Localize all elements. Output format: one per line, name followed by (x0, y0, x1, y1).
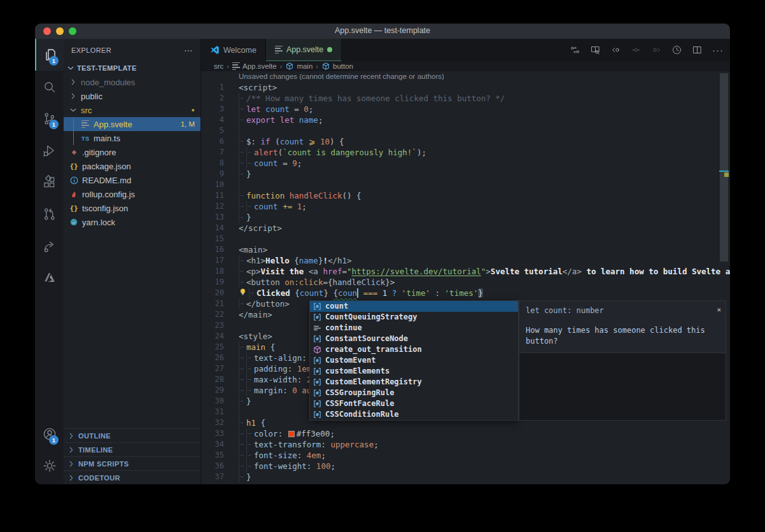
modified-dot[interactable] (327, 47, 332, 52)
code-line[interactable]: 19→<button on:click={handleClick}> (201, 277, 730, 288)
code-line[interactable]: 2→/** How many times has someone clicked… (201, 93, 730, 104)
suggestion-label: CustomEvent (325, 355, 375, 366)
activitybar-item-extensions[interactable] (35, 166, 64, 198)
blame-icon[interactable] (631, 45, 642, 55)
suggestion-create_out_transition[interactable]: create_out_transition (310, 344, 518, 355)
sidebar-section-codetour[interactable]: CODETOUR (64, 470, 200, 484)
suggestion-customelements[interactable]: customElements (310, 366, 518, 377)
code-line[interactable]: 5 (201, 125, 730, 136)
code-text: →<button on:click={handleClick}> (224, 277, 395, 288)
split-editor-icon[interactable] (692, 45, 703, 55)
breadcrumb-item-main[interactable]: main (285, 62, 312, 71)
code-line[interactable]: 8→→count = 9; (201, 158, 730, 169)
activitybar-item-github-pr[interactable] (35, 198, 64, 230)
code-line[interactable]: 9→} (201, 169, 730, 179)
code-line[interactable]: 16<main> (201, 244, 730, 255)
code-line[interactable]: 7→→alert(`count is dangerously high!`); (201, 147, 730, 158)
code-editor[interactable]: Unsaved changes (cannot determine recent… (201, 71, 730, 484)
activitybar-item-source-control[interactable]: 1 (35, 102, 64, 134)
code-line[interactable]: 36→→font-weight: 100; (201, 461, 730, 472)
color-swatch (288, 431, 295, 437)
suggestion-cssgroupingrule[interactable]: CSSGroupingRule (310, 388, 518, 398)
sidebar-section-outline[interactable]: OUTLINE (64, 428, 200, 442)
code-line[interactable]: 1<script> (201, 82, 730, 93)
code-text (224, 320, 239, 331)
activitybar-item-search[interactable] (35, 71, 64, 102)
activitybar-item-run-debug[interactable] (35, 134, 64, 166)
more-actions-icon[interactable]: ··· (712, 45, 724, 56)
indent-guide (73, 117, 74, 131)
close-window-button[interactable] (43, 27, 51, 35)
suggestion-cssfontfacerule[interactable]: CSSFontFaceRule (310, 398, 518, 409)
code-text: <main> (224, 244, 267, 255)
tree-item-app-svelte[interactable]: App.svelte1, M (64, 117, 200, 131)
tree-item-package-json[interactable]: {}package.json (64, 159, 200, 173)
code-line[interactable]: 6→$: if (count ⩾ 10) { (201, 136, 730, 147)
sidebar-section-timeline[interactable]: TIMELINE (64, 442, 200, 456)
suggestion-countqueuingstrategy[interactable]: CountQueuingStrategy (310, 312, 518, 323)
previous-change-icon[interactable] (610, 45, 621, 55)
suggestion-label: ConstantSourceNode (325, 333, 408, 344)
activitybar-item-accounts[interactable]: 1 (35, 418, 64, 450)
open-changes-icon[interactable] (570, 45, 580, 55)
tab-app-svelte[interactable]: App.svelte (266, 39, 342, 61)
code-line[interactable]: 4→export let name; (201, 115, 730, 125)
chevron-right-icon[interactable] (69, 92, 78, 101)
chevron-right-icon[interactable] (69, 78, 78, 87)
suggestion-cssconditionrule[interactable]: CSSConditionRule (310, 409, 518, 420)
tree-item-tsconfig-json[interactable]: {}tsconfig.json (64, 201, 200, 215)
minimize-window-button[interactable] (56, 27, 64, 35)
suggestion-continue[interactable]: continue (310, 323, 518, 333)
code-line[interactable]: 33→→color: #ff3e00; (201, 428, 730, 439)
line-number: 3 (201, 104, 224, 115)
tree-item--gitignore[interactable]: .gitignore (64, 145, 200, 159)
editor-scrollbar[interactable] (720, 73, 728, 262)
tree-item-src[interactable]: src● (64, 103, 200, 117)
code-line[interactable]: 35→→font-size: 4em; (201, 450, 730, 461)
code-line[interactable]: 11→function handleClick() { (201, 190, 730, 201)
suggestion-count[interactable]: count (310, 301, 518, 312)
tree-item-node-modules[interactable]: node_modules (64, 75, 200, 89)
code-line[interactable]: 14</script> (201, 223, 730, 234)
tree-item-rollup-config-js[interactable]: rollup.config.js (64, 187, 200, 201)
sidebar-section-npm-scripts[interactable]: NPM SCRIPTS (64, 456, 200, 470)
code-line[interactable]: 18→<p>Visit the <a href="https://svelte.… (201, 266, 730, 277)
breadcrumb-item-app-svelte[interactable]: App.svelte (232, 62, 277, 70)
code-line[interactable]: 13→} (201, 212, 730, 223)
suggestion-customevent[interactable]: CustomEvent (310, 355, 518, 366)
activitybar-item-settings[interactable] (35, 450, 64, 482)
activitybar-item-live-share[interactable] (35, 230, 64, 262)
line-number: 22 (201, 309, 224, 320)
tab-welcome[interactable]: Welcome (201, 39, 266, 61)
code-text: →/** How many times has someone clicked … (224, 93, 505, 104)
open-preview-icon[interactable] (590, 45, 601, 55)
code-line[interactable]: 34→→text-transform: uppercase; (201, 439, 730, 450)
breadcrumb-item-button[interactable]: button (321, 62, 353, 71)
tree-root-folder[interactable]: TEST-TEMPLATE (64, 61, 200, 75)
code-line[interactable]: 12→→count += 1; (201, 201, 730, 212)
tree-item-public[interactable]: public (64, 89, 200, 103)
next-change-icon[interactable] (651, 45, 662, 55)
lightbulb-icon[interactable] (239, 288, 249, 298)
code-line[interactable]: 3→let count = 0; (201, 104, 730, 115)
tree-item-yarn-lock[interactable]: yarn.lock (64, 215, 200, 229)
tree-item-main-ts[interactable]: TSmain.ts (64, 131, 200, 145)
explorer-more-actions-icon[interactable]: ⋯ (184, 45, 193, 55)
breadcrumb-item-src[interactable]: src (214, 62, 223, 70)
code-line[interactable]: 37→} (201, 472, 730, 482)
close-icon[interactable]: ✕ (717, 304, 721, 315)
activitybar-item-explorer[interactable]: 1 (35, 39, 64, 71)
maximize-window-button[interactable] (69, 27, 76, 35)
code-line[interactable]: 20→Clicked {count} {coun === 1 ? 'time' … (201, 288, 730, 298)
tree-item-readme-md[interactable]: README.md (64, 173, 200, 187)
file-history-icon[interactable] (671, 45, 682, 55)
code-line[interactable]: 10 (201, 179, 730, 190)
suggestion-constantsourcenode[interactable]: ConstantSourceNode (310, 333, 518, 344)
suggestion-label: CSSFontFaceRule (325, 398, 394, 409)
activitybar-item-azure[interactable] (35, 262, 64, 293)
line-number: 20 (201, 288, 224, 298)
code-line[interactable]: 15 (201, 234, 730, 244)
code-line[interactable]: 17→<h1>Hello {name}!</h1> (201, 255, 730, 266)
chevron-down-icon[interactable] (69, 106, 78, 115)
suggestion-customelementregistry[interactable]: CustomElementRegistry (310, 377, 518, 388)
